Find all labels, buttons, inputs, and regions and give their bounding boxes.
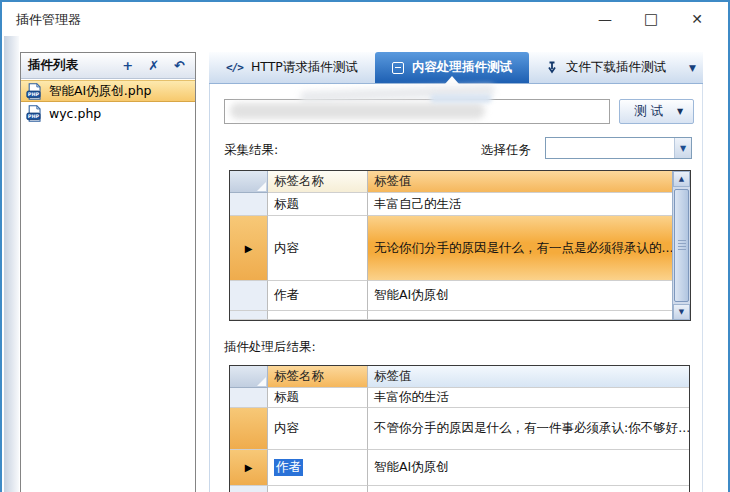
tag-value-cell[interactable]: 丰富你的生活 [368,388,689,408]
column-header-tag-value[interactable]: 标签值 [368,171,672,193]
empty-cell [368,311,672,320]
tab-label: HTTP请求插件测试 [251,59,358,76]
plugin-list-toolbar: + ✗ ↶ [122,59,188,72]
row-selector[interactable] [230,408,268,450]
download-icon [546,61,558,75]
tag-value-cell[interactable]: 智能AI伪原创 [368,450,689,486]
plugin-item-selected[interactable]: PHP 智能AI伪原创.php [21,80,195,102]
plugin-list-header: 插件列表 + ✗ ↶ [21,53,195,79]
tag-name-cell[interactable]: 内容 [268,408,368,450]
plugin-item[interactable]: PHP wyc.php [21,102,195,124]
row-selector-current[interactable]: ▶ [230,216,268,281]
tag-name-cell[interactable]: 标题 [268,193,368,216]
code-icon: </> [226,61,243,74]
redaction-smudge [230,103,485,119]
php-file-icon: PHP [26,83,43,100]
add-plugin-icon[interactable]: + [122,59,133,72]
tabstrip: </> HTTP请求插件测试 内容处理插件测试 文件下载插件测试 ▼ [209,52,703,84]
column-header-tag-name[interactable]: 标签名称 [268,366,368,388]
table-scrollbar[interactable]: ▲ ▼ [672,171,690,320]
plugin-list-title: 插件列表 [28,57,122,74]
selected-text: 作者 [274,459,303,476]
selected-tab-notch [445,76,459,84]
row-selector-header[interactable] [230,171,268,193]
plugin-list-panel: 插件列表 + ✗ ↶ PHP 智能AI伪原创.php [20,52,196,492]
box-minus-icon [392,62,404,74]
tab-overflow-arrow-icon[interactable]: ▼ [689,63,696,73]
empty-cell [268,486,368,492]
task-select-value [546,138,674,158]
plugin-manager-window: 插件管理器 — □ ✕ 插件列表 + ✗ ↶ PHP [0,0,730,492]
row-selector-empty[interactable] [230,486,268,492]
collect-results-table: 标签名称 标签值 标题 丰富自己的生活 ▶ 内容 无论你们分手的原因是什么，有一… [229,170,691,321]
processed-results-table: 标签名称 标签值 标题 丰富你的生活 内容 不管你分手的原因是什么，有一件事必须… [229,365,690,492]
processed-results-label: 插件处理后结果: [224,339,316,356]
scroll-up-icon[interactable]: ▲ [673,171,690,187]
select-task-label: 选择任务 [481,142,531,159]
row-selector[interactable] [230,193,268,216]
column-header-tag-name[interactable]: 标签名称 [268,171,368,193]
row-selector-current[interactable]: ▶ [230,450,268,486]
empty-cell [268,311,368,320]
plugin-item-label: 智能AI伪原创.php [49,83,152,100]
scrollbar-grip [678,240,686,251]
row-selector[interactable] [230,281,268,311]
test-button-dropdown-icon[interactable]: ▼ [677,107,693,116]
tab-file-download-test[interactable]: 文件下载插件测试 [529,52,683,83]
empty-cell [368,486,689,492]
test-button[interactable]: 测 试 ▼ [619,99,694,124]
tag-value-cell-selected[interactable]: 无论你们分手的原因是什么，有一点是必须得承认的... [368,216,672,281]
plugin-list: PHP 智能AI伪原创.php PHP wyc.php [21,79,195,124]
collect-results-label: 采集结果: [224,142,278,159]
left-shadow-strip [4,36,19,492]
current-row-marker-icon: ▶ [245,462,253,473]
tab-label: 内容处理插件测试 [412,59,512,76]
undo-icon[interactable]: ↶ [174,59,185,72]
test-button-label: 测 试 [620,103,677,120]
scroll-down-icon[interactable]: ▼ [673,304,690,320]
tag-name-cell-editing[interactable]: 作者 [268,450,368,486]
tab-content-process-test[interactable]: 内容处理插件测试 [375,52,529,83]
close-button[interactable]: ✕ [674,2,720,36]
scrollbar-track[interactable] [673,187,690,304]
php-file-icon: PHP [26,105,43,122]
window-controls: — □ ✕ [582,2,720,36]
titlebar: 插件管理器 — □ ✕ [2,2,728,36]
tab-http-request-test[interactable]: </> HTTP请求插件测试 [209,52,375,83]
tab-label: 文件下载插件测试 [566,59,666,76]
row-selector[interactable] [230,388,268,408]
svg-text:PHP: PHP [28,113,40,119]
delete-plugin-icon[interactable]: ✗ [148,59,159,72]
combo-arrow-icon[interactable]: ▼ [674,138,691,158]
current-row-marker-icon: ▶ [245,243,253,254]
tag-value-cell[interactable]: 丰富自己的生活 [368,193,672,216]
svg-text:PHP: PHP [28,91,40,97]
tag-name-cell[interactable]: 作者 [268,281,368,311]
tag-name-cell[interactable]: 内容 [268,216,368,281]
tag-value-cell[interactable]: 智能AI伪原创 [368,281,672,311]
plugin-item-label: wyc.php [49,106,101,121]
redaction-smudge [430,94,492,103]
window-title: 插件管理器 [16,11,81,29]
task-select[interactable]: ▼ [545,137,692,159]
row-selector-header[interactable] [230,366,268,388]
tag-name-cell[interactable]: 标题 [268,388,368,408]
scrollbar-thumb[interactable] [674,189,689,302]
row-selector-empty[interactable] [230,311,268,320]
minimize-button[interactable]: — [582,2,628,36]
maximize-button[interactable]: □ [628,2,674,36]
column-header-tag-value[interactable]: 标签值 [368,366,689,388]
tag-value-cell[interactable]: 不管你分手的原因是什么，有一件事必须承认:你不够好... [368,408,689,450]
